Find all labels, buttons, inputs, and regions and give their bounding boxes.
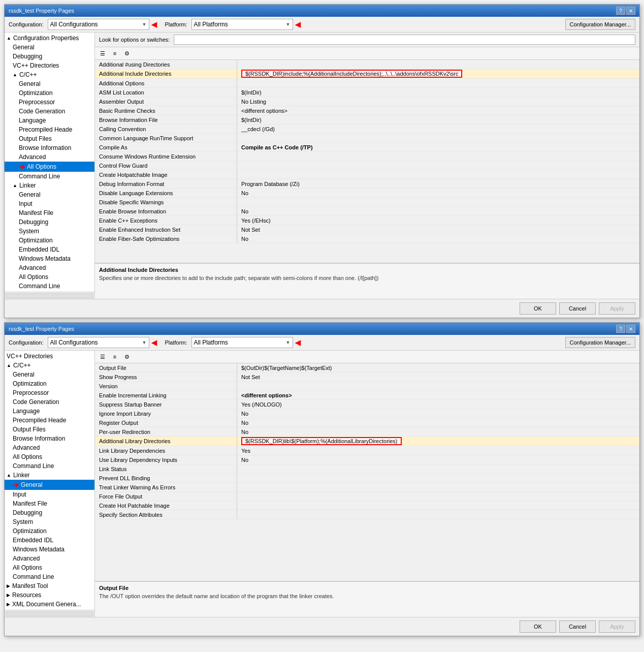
toolbar-categorized-btn[interactable]: ☰ [97,48,108,58]
prop-row[interactable]: Per-user RedirectionNo [95,427,639,437]
sidebar-item-commandline[interactable]: Command Line [5,172,94,181]
sidebar-item-advanced[interactable]: Advanced [5,152,94,162]
config-manager-button[interactable]: Configuration Manager... [565,337,635,348]
platform-combo[interactable]: All Platforms ▼ [191,19,293,30]
prop-row[interactable]: Disable Specific Warnings [95,198,639,207]
sidebar-item-browseinformation[interactable]: Browse Information [5,434,94,443]
prop-row[interactable]: Specify Section Attributes [95,510,639,519]
prop-row[interactable]: Enable Browse InformationNo [95,207,639,216]
prop-row[interactable]: Treat Linker Warning As Errors [95,483,639,492]
prop-row[interactable]: Common Language RunTime Support [95,134,639,143]
prop-row[interactable]: Additional #using Directories [95,60,639,69]
prop-row[interactable]: Prevent DLL Binding [95,474,639,483]
sidebar-item-advanced[interactable]: Advanced [5,263,94,272]
sidebar-item-language[interactable]: Language [5,116,94,125]
toolbar-alphabetical-btn[interactable]: ≡ [109,48,120,58]
cancel-button[interactable]: Cancel [559,302,596,315]
sidebar-item-advanced[interactable]: Advanced [5,554,94,563]
config-combo[interactable]: All Configurations ▼ [48,337,149,348]
sidebar-item-alloptions[interactable]: ➔All Options [5,162,94,172]
sidebar-item-optimization[interactable]: Optimization [5,236,94,245]
sidebar-item-commandline[interactable]: Command Line [5,461,94,471]
sidebar-item-alloptions[interactable]: All Options [5,452,94,461]
close-button[interactable]: ✕ [626,7,635,15]
config-combo[interactable]: All Configurations ▼ [48,19,149,30]
sidebar-item-c/c++[interactable]: ▲C/C++ [5,70,94,79]
sidebar-hscrollbar[interactable] [6,293,93,298]
sidebar-item-commandline[interactable]: Command Line [5,572,94,581]
prop-row[interactable]: Enable Enhanced Instruction SetNot Set [95,225,639,234]
close-button[interactable]: ✕ [626,325,635,333]
sidebar-item-optimization[interactable]: Optimization [5,88,94,98]
prop-row[interactable]: Disable Language ExtensionsNo [95,189,639,198]
prop-row[interactable]: Register OutputNo [95,418,639,427]
help-button[interactable]: ? [616,325,625,333]
sidebar-item-outputfiles[interactable]: Output Files [5,425,94,434]
cancel-button[interactable]: Cancel [559,620,596,633]
sidebar-item-windowsmetadata[interactable]: Windows Metadata [5,254,94,263]
prop-row[interactable]: Enable Fiber-Safe OptimizationsNo [95,234,639,243]
sidebar-item-system[interactable]: System [5,227,94,236]
prop-row[interactable]: Ignore Import LibraryNo [95,409,639,418]
toolbar-properties-btn[interactable]: ⚙ [121,352,133,362]
apply-button[interactable]: Apply [599,302,635,315]
sidebar-item-input[interactable]: Input [5,490,94,499]
sidebar-item-manifesttool[interactable]: ▶Manifest Tool [5,581,94,591]
sidebar-item-resources[interactable]: ▶Resources [5,591,94,600]
sidebar-item-precompiledheade[interactable]: Precompiled Heade [5,125,94,134]
sidebar-item-language[interactable]: Language [5,407,94,416]
sidebar-item-codegeneration[interactable]: Code Generation [5,397,94,407]
toolbar-alphabetical-btn[interactable]: ≡ [109,352,120,362]
toolbar-categorized-btn[interactable]: ☰ [97,352,108,362]
sidebar-item-vc++directories[interactable]: VC++ Directories [5,61,94,70]
sidebar-item-embeddedidl[interactable]: Embedded IDL [5,245,94,254]
sidebar-item-preprocessor[interactable]: Preprocessor [5,388,94,397]
sidebar-item-embeddedidl[interactable]: Embedded IDL [5,536,94,545]
sidebar-item-manifestfile[interactable]: Manifest File [5,208,94,218]
toolbar-properties-btn[interactable]: ⚙ [121,48,133,58]
prop-row[interactable]: Basic Runtime Checks<different options> [95,106,639,115]
sidebar-item-general[interactable]: ➔General [5,480,94,490]
sidebar-item-alloptions[interactable]: All Options [5,563,94,572]
sidebar-item-input[interactable]: Input [5,199,94,208]
sidebar-item-outputfiles[interactable]: Output Files [5,134,94,143]
ok-button[interactable]: OK [520,302,556,315]
sidebar-item-commandline[interactable]: Command Line [5,282,94,291]
sidebar-item-precompiledheade[interactable]: Precompiled Heade [5,416,94,425]
sidebar-item-debugging[interactable]: Debugging [5,218,94,227]
sidebar-item-general[interactable]: General [5,43,94,52]
sidebar-item-alloptions[interactable]: All Options [5,272,94,282]
help-button[interactable]: ? [616,7,625,15]
sidebar-item-optimization[interactable]: Optimization [5,379,94,388]
ok-button[interactable]: OK [520,620,556,633]
sidebar-item-preprocessor[interactable]: Preprocessor [5,98,94,107]
sidebar-item-configurationproperties[interactable]: ▲Configuration Properties [5,34,94,43]
prop-row[interactable]: Force File Output [95,492,639,501]
prop-row[interactable]: Consume Windows Runtime Extension [95,152,639,161]
sidebar-item-general[interactable]: General [5,79,94,88]
prop-row[interactable]: Additional Library Directories$(RSSDK_DI… [95,437,639,446]
sidebar-item-general[interactable]: General [5,370,94,379]
config-manager-button[interactable]: Configuration Manager... [565,19,635,30]
sidebar-item-codegeneration[interactable]: Code Generation [5,107,94,116]
prop-row[interactable]: Control Flow Guard [95,161,639,170]
sidebar-item-windowsmetadata[interactable]: Windows Metadata [5,545,94,554]
sidebar-item-system[interactable]: System [5,517,94,526]
sidebar-item-advanced[interactable]: Advanced [5,443,94,452]
sidebar-item-optimization[interactable]: Optimization [5,526,94,536]
sidebar-item-debugging[interactable]: Debugging [5,52,94,61]
prop-row[interactable]: ASM List Location$(IntDir) [95,88,639,97]
prop-row[interactable]: Browse Information File$(IntDir) [95,115,639,125]
prop-row[interactable]: Compile AsCompile as C++ Code (/TP) [95,143,639,152]
sidebar-item-linker[interactable]: ▲Linker [5,181,94,190]
sidebar-item-c/c++[interactable]: ▲C/C++ [5,361,94,370]
sidebar-item-manifestfile[interactable]: Manifest File [5,499,94,508]
sidebar-item-browseinformation[interactable]: Browse Information [5,143,94,152]
prop-row[interactable]: Additional Options [95,79,639,88]
apply-button[interactable]: Apply [599,620,635,633]
prop-row[interactable]: Output File$(OutDir)$(TargetName)$(Targe… [95,363,639,372]
prop-row[interactable]: Show ProgressNot Set [95,372,639,382]
look-for-input[interactable] [174,35,635,45]
prop-row[interactable]: Link Status [95,464,639,474]
prop-row[interactable]: Link Library DependenciesYes [95,446,639,455]
